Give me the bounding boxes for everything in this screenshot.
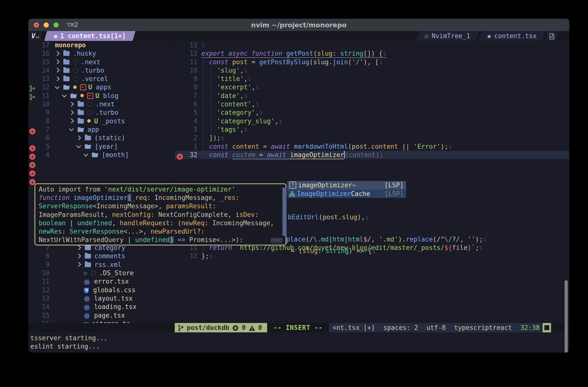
completion-item[interactable]: ImageOptimizerCache [LSP] <box>287 190 406 198</box>
tree-row[interactable]: 13 layout.tsx <box>28 294 174 303</box>
react-icon <box>84 311 90 320</box>
token: imageOptimizer <box>290 151 344 158</box>
fold-icon <box>63 51 69 56</box>
token: ↴ <box>255 100 259 108</box>
token: post <box>232 58 248 66</box>
tree-row[interactable]: 11 error.tsx <box>28 277 174 286</box>
token: : ( <box>170 219 181 227</box>
line-number: 10 <box>28 269 49 277</box>
git-branch-name: post/duckdb <box>187 324 229 331</box>
code-line[interactable]: 11│ const post = getPostBySlug(slug.join… <box>175 58 569 66</box>
mode-indicator: -- INSERT -- <box>267 323 329 332</box>
code-line[interactable]: 4│ │ 'category_slug',↴ <box>175 117 569 125</box>
token: slug <box>342 213 357 221</box>
token: layout.tsx <box>94 295 133 302</box>
code-line[interactable]: 13↴ <box>175 41 569 49</box>
tab-nvimtree[interactable]: ○NvimTree_1 <box>416 31 479 41</box>
token: ); <box>475 236 483 243</box>
completion-item-selected[interactable]: ? imageOptimizer~ [LSP] <box>287 181 406 190</box>
git-branch-icon <box>178 324 184 331</box>
token: _posts <box>102 117 125 125</box>
code-line[interactable]: 8│ │ 'excerpt',↴ <box>175 83 569 91</box>
code-line[interactable]: 1│ const content = await markdownToHtml(… <box>175 142 569 151</box>
tree-row[interactable]: 8U _posts <box>28 117 174 125</box>
code-line[interactable]: 9│ │ 'title',↴ <box>175 75 569 83</box>
tree-row[interactable]: 6(static) <box>28 134 174 142</box>
token: ↴ <box>244 126 248 133</box>
tree-row[interactable]: 12 globals.css <box>28 286 174 294</box>
token <box>90 295 94 302</box>
line-number: 5 <box>175 108 197 117</box>
token <box>205 58 209 66</box>
token: $ <box>363 236 367 243</box>
tree-row[interactable]: 10⚙ .DS_Store <box>28 269 174 277</box>
line-number: 8 <box>28 252 49 260</box>
token: | <box>66 219 77 227</box>
token: │ │ <box>201 92 217 99</box>
token: .next <box>95 100 115 108</box>
buffer-list-button[interactable] <box>545 31 559 41</box>
code-line[interactable]: 5│ │ 'category',↴ <box>175 108 569 117</box>
code-line[interactable]: 3│ │ 'tags',↴ <box>175 125 569 134</box>
tab-content-tsx[interactable]: ◉1 content.tsx[1+] <box>44 31 136 41</box>
tree-row[interactable]: 12U apps <box>28 83 174 91</box>
token: globals.css <box>93 286 136 294</box>
tree-row[interactable]: x4[month] <box>28 151 174 159</box>
code-line[interactable]: 2│ ]);↴ <box>175 134 569 142</box>
token: const <box>209 151 232 158</box>
tree-row[interactable]: 9rss.xml <box>28 260 174 269</box>
tree-row[interactable]: x5[year] <box>28 142 174 151</box>
tree-row[interactable]: 14.turbo <box>28 66 174 75</box>
token: await <box>267 151 290 158</box>
code-line[interactable]: 10│ │ 'slug',↴ <box>175 66 569 75</box>
tree-row[interactable]: 13.vercel <box>28 75 174 83</box>
token: ↴ <box>483 236 487 243</box>
token: loading.tsx <box>94 303 137 310</box>
tab-content-right[interactable]: ◉content.tsx <box>479 31 545 41</box>
token: 'category_slug' <box>217 117 275 125</box>
indent-setting: spaces: 2 <box>383 324 418 331</box>
token: Auto import from <box>39 186 104 193</box>
token: , <box>240 126 244 133</box>
token: 'Error' <box>414 143 441 150</box>
token: : <box>318 247 326 254</box>
tree-row[interactable]: 9.turbo <box>28 108 174 117</box>
tree-row[interactable]: 10.next <box>28 100 174 108</box>
token: .turbo <box>81 67 104 74</box>
token: '.md' <box>379 236 398 243</box>
tree-row[interactable]: 15 page.tsx <box>28 311 174 320</box>
doc-float-scrollbar[interactable] <box>282 188 287 236</box>
statusline-right: <nt.tsx [+] spaces: 2 utf-8 typescriptre… <box>329 323 542 332</box>
tree-row[interactable]: 16.husky <box>28 49 174 58</box>
token: export <box>201 50 229 57</box>
code-line[interactable]: 12export async function getPost(slug: st… <box>175 49 569 58</box>
line-number: 11 <box>28 277 49 286</box>
chevr-icon <box>55 59 60 64</box>
tree-row[interactable]: 15.next <box>28 58 174 66</box>
token: ↴ <box>383 50 387 57</box>
tree-row[interactable]: 14 loading.tsx <box>28 303 174 311</box>
code-line[interactable]: 7│ │ 'date',↴ <box>175 92 569 100</box>
token: : <box>201 228 205 235</box>
tree-row[interactable]: 17monorepo <box>28 41 174 49</box>
token: , <box>274 117 278 125</box>
tree-row[interactable]: 8comments <box>28 252 174 260</box>
token: ( <box>319 213 323 221</box>
line-number: 9 <box>28 260 49 269</box>
token: custom <box>232 151 255 158</box>
tree-row[interactable]: x7app <box>28 125 174 134</box>
line-number: 2 <box>175 134 197 142</box>
token: , <box>255 109 259 116</box>
cursor-position: 32:38 <box>521 324 540 331</box>
gitbox-icon <box>80 84 86 90</box>
token: slug <box>317 50 333 57</box>
statusline: post/duckdb 0 0 -- INSERT -- <nt.tsx [+]… <box>28 323 569 332</box>
token: ( <box>348 143 352 150</box>
terminal-scrollbar[interactable] <box>565 280 568 352</box>
lsp-message: tsserver starting... <box>30 334 107 342</box>
code-line[interactable]: 6│ │ 'content',↴ <box>175 100 569 108</box>
code-line[interactable]: x32│ const custom = await imageOptimizer… <box>175 151 569 159</box>
token: blog <box>103 92 119 99</box>
tree-row[interactable]: 11U blog <box>28 92 174 100</box>
token: content <box>371 143 398 150</box>
